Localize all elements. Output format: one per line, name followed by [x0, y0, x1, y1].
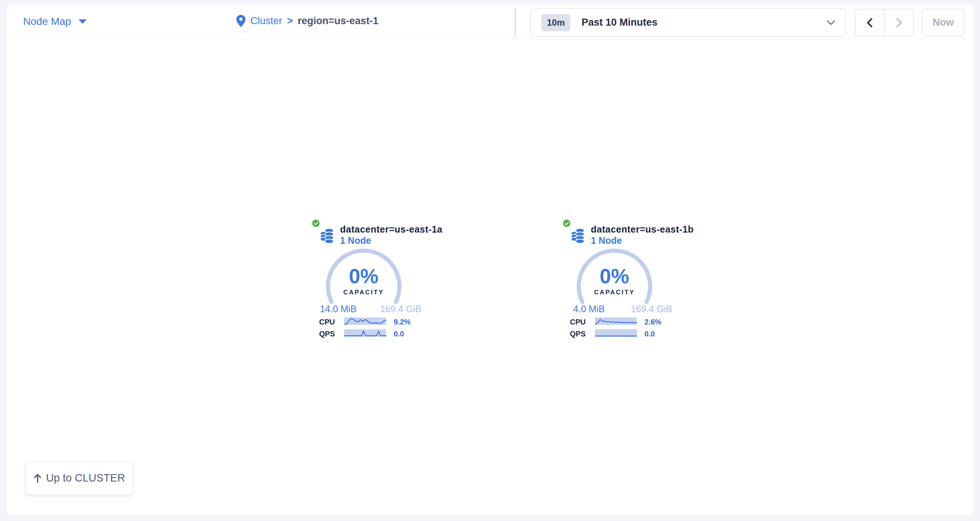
breadcrumb-cluster-link[interactable]: Cluster: [250, 15, 282, 27]
header-divider: [7, 39, 974, 40]
qps-value: 0.0: [644, 330, 655, 338]
up-to-cluster-button[interactable]: Up to CLUSTER: [25, 462, 133, 495]
qps-value: 0.0: [394, 330, 404, 338]
time-range-dropdown[interactable]: 10m Past 10 Minutes: [531, 8, 846, 37]
capacity-caption: CAPACITY: [573, 289, 656, 296]
cpu-value: 9.2%: [394, 318, 411, 327]
datacenter-card-us-east-1b[interactable]: datacenter=us-east-1b 1 Node 0% CAPACITY…: [556, 212, 694, 346]
capacity-percent: 0%: [573, 264, 656, 288]
capacity-total: 169.4 GiB: [374, 304, 427, 314]
breadcrumb-current: region=us-east-1: [298, 15, 379, 27]
now-button[interactable]: Now: [922, 9, 964, 36]
breadcrumb-separator: >: [287, 15, 293, 27]
capacity-percent: 0%: [322, 264, 405, 288]
chevron-down-icon: [827, 20, 835, 25]
up-to-cluster-label: Up to CLUSTER: [46, 472, 126, 484]
healthy-check-icon: [312, 219, 320, 228]
qps-label: QPS: [305, 330, 335, 338]
cpu-label: CPU: [556, 318, 585, 327]
healthy-check-icon: [562, 219, 571, 228]
qps-label: QPS: [556, 330, 585, 338]
datacenter-name: datacenter=us-east-1a: [340, 224, 442, 235]
time-step-button-group: [855, 9, 914, 36]
breadcrumb: Cluster > region=us-east-1: [236, 15, 379, 27]
arrow-up-icon: [33, 473, 42, 483]
database-stack-icon: [318, 226, 336, 244]
chevron-down-icon: [78, 19, 87, 24]
view-mode-selector[interactable]: Node Map: [23, 16, 87, 27]
time-step-forward-button[interactable]: [885, 9, 914, 36]
datacenter-card-us-east-1a[interactable]: datacenter=us-east-1a 1 Node 0% CAPACITY…: [305, 212, 443, 346]
view-mode-label: Node Map: [23, 16, 71, 27]
chevron-left-icon: [865, 18, 874, 28]
cpu-sparkline: [595, 317, 637, 325]
capacity-caption: CAPACITY: [322, 289, 405, 296]
node-count-link[interactable]: 1 Node: [340, 235, 371, 246]
cpu-sparkline: [344, 317, 386, 325]
header-vertical-divider: [515, 8, 515, 37]
qps-sparkline: [344, 329, 386, 337]
capacity-used: 4.0 MiB: [563, 304, 616, 314]
capacity-used: 14.0 MiB: [312, 304, 364, 314]
chevron-right-icon: [894, 18, 904, 28]
time-range-badge: 10m: [541, 14, 570, 31]
node-count-link[interactable]: 1 Node: [591, 235, 622, 246]
time-step-back-button[interactable]: [855, 9, 885, 36]
capacity-total: 169.4 GiB: [625, 304, 678, 314]
content-panel: [6, 4, 974, 515]
location-pin-icon: [236, 15, 245, 27]
cpu-label: CPU: [305, 318, 335, 327]
datacenter-name: datacenter=us-east-1b: [591, 224, 694, 235]
qps-sparkline: [595, 329, 637, 337]
time-range-label: Past 10 Minutes: [582, 17, 657, 28]
cpu-value: 2.6%: [644, 318, 662, 327]
database-stack-icon: [569, 226, 586, 244]
